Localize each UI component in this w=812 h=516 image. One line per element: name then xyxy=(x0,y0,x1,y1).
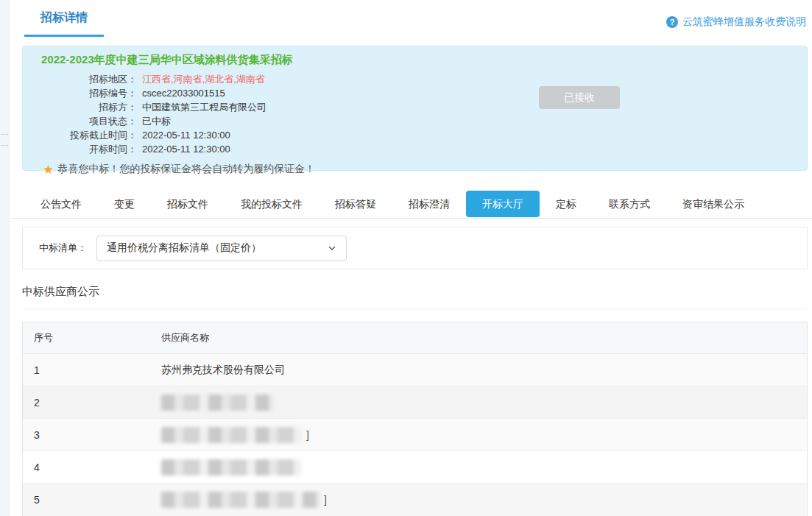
tender-title: 2022-2023年度中建三局华中区域涂料供货集采招标 xyxy=(41,53,807,67)
winning-list-select[interactable]: 通用价税分离招标清单（固定价） xyxy=(96,236,347,261)
congrats-line: ★ 恭喜您中标！您的投标保证金将会自动转为履约保证金！ xyxy=(43,163,807,176)
field-value: 2022-05-11 12:30:00 xyxy=(142,128,230,142)
table-row: 2 xyxy=(23,386,807,419)
field-value: 中国建筑第三工程局有限公司 xyxy=(142,100,266,114)
suppliers-table: 序号 供应商名称 1苏州弗克技术股份有限公司23]45] xyxy=(22,322,808,516)
tender-detail-page: 招标详情 ? 云筑蜜蜂增值服务收费说明 2022-2023年度中建三局华中区域涂… xyxy=(0,0,812,516)
field-label: 招标编号： xyxy=(23,86,137,100)
tender-field-row: 招标方：中国建筑第三工程局有限公司 xyxy=(23,100,807,114)
table-row: 4 xyxy=(23,451,807,484)
tab-announcement-files[interactable]: 公告文件 xyxy=(24,191,98,217)
cell-supplier-name xyxy=(161,395,807,411)
redacted-supplier-name xyxy=(161,395,273,411)
cell-supplier-name: ] xyxy=(161,427,807,443)
tender-field-row: 项目状态：已中标 xyxy=(23,114,807,128)
tab-bid-opening-hall[interactable]: 开标大厅 xyxy=(466,191,540,217)
cell-serial-number: 3 xyxy=(23,429,161,441)
redacted-supplier-name xyxy=(161,427,303,443)
cell-serial-number: 2 xyxy=(23,397,161,409)
tab-changes[interactable]: 变更 xyxy=(98,191,151,217)
trailing-char: ] xyxy=(324,494,327,506)
tender-field-row: 招标编号：cscec22033001515 xyxy=(23,86,807,100)
field-value: 已中标 xyxy=(142,114,171,128)
winning-list-selected-value: 通用价税分离招标清单（固定价） xyxy=(107,241,261,255)
tender-field-row: 开标时间：2022-05-11 12:30:00 xyxy=(23,142,807,156)
help-link-label: 云筑蜜蜂增值服务收费说明 xyxy=(682,15,806,29)
tender-field-row: 投标截止时间：2022-05-11 12:30:00 xyxy=(23,128,807,142)
field-value: cscec22033001515 xyxy=(142,86,225,100)
tab-my-bid-documents[interactable]: 我的投标文件 xyxy=(225,191,319,217)
congrats-text: 恭喜您中标！您的投标保证金将会自动转为履约保证金！ xyxy=(57,163,315,176)
tab-tender-clarification[interactable]: 招标澄清 xyxy=(392,191,466,217)
field-value: 2022-05-11 12:30:00 xyxy=(142,142,230,156)
table-header-row: 序号 供应商名称 xyxy=(23,322,807,354)
table-row: 1苏州弗克技术股份有限公司 xyxy=(23,354,807,386)
tab-tender-qa[interactable]: 招标答疑 xyxy=(319,191,392,217)
winning-list-selector-row: 中标清单： 通用价税分离招标清单（固定价） xyxy=(22,227,808,269)
tab-contact-info[interactable]: 联系方式 xyxy=(593,191,666,217)
field-label: 招标方： xyxy=(23,100,137,114)
table-body: 1苏州弗克技术股份有限公司23]45] xyxy=(23,354,807,516)
question-circle-icon: ? xyxy=(666,16,678,28)
redacted-supplier-name xyxy=(161,459,301,476)
left-edge-strip xyxy=(0,0,10,516)
panel-drag-handle[interactable] xyxy=(1,134,8,146)
cell-supplier-name: ] xyxy=(161,492,807,508)
winning-suppliers-heading: 中标供应商公示 xyxy=(22,285,808,309)
winning-list-label: 中标清单： xyxy=(39,241,87,255)
tab-qualification-results[interactable]: 资审结果公示 xyxy=(666,191,760,217)
field-label: 项目状态： xyxy=(23,114,137,128)
chevron-down-icon xyxy=(328,244,336,252)
field-label: 投标截止时间： xyxy=(23,128,137,142)
help-link[interactable]: ? 云筑蜜蜂增值服务收费说明 xyxy=(666,15,806,29)
field-label: 招标地区： xyxy=(23,72,137,86)
tender-notice-box: 2022-2023年度中建三局华中区域涂料供货集采招标 招标地区：江西省,河南省… xyxy=(22,46,808,171)
field-value: 江西省,河南省,湖北省,湖南省 xyxy=(142,72,265,86)
header-supplier-name: 供应商名称 xyxy=(161,331,807,344)
header-serial-number: 序号 xyxy=(23,331,161,344)
field-label: 开标时间： xyxy=(23,142,137,156)
star-icon: ★ xyxy=(43,163,54,176)
main-content: 招标详情 ? 云筑蜜蜂增值服务收费说明 2022-2023年度中建三局华中区域涂… xyxy=(10,0,812,516)
cell-supplier-name xyxy=(161,459,807,476)
cell-serial-number: 1 xyxy=(23,364,161,376)
table-row: 3] xyxy=(23,419,807,451)
page-title-tab[interactable]: 招标详情 xyxy=(24,10,104,37)
tab-award[interactable]: 定标 xyxy=(540,191,593,217)
page-header: 招标详情 ? 云筑蜜蜂增值服务收费说明 xyxy=(10,0,812,43)
tab-bar: 公告文件变更招标文件我的投标文件招标答疑招标澄清开标大厅定标联系方式资审结果公示 xyxy=(10,189,812,219)
trailing-char: ] xyxy=(306,429,309,441)
table-row: 5] xyxy=(23,484,807,516)
cell-serial-number: 5 xyxy=(23,494,161,506)
tab-tender-documents[interactable]: 招标文件 xyxy=(151,191,225,217)
tender-field-row: 招标地区：江西省,河南省,湖北省,湖南省 xyxy=(23,72,807,86)
cell-supplier-name: 苏州弗克技术股份有限公司 xyxy=(161,364,807,377)
redacted-supplier-name xyxy=(161,492,320,508)
tender-fields: 招标地区：江西省,河南省,湖北省,湖南省招标编号：cscec2203300151… xyxy=(23,72,807,156)
cell-serial-number: 4 xyxy=(23,462,161,473)
accepted-button[interactable]: 已接收 xyxy=(539,86,620,109)
